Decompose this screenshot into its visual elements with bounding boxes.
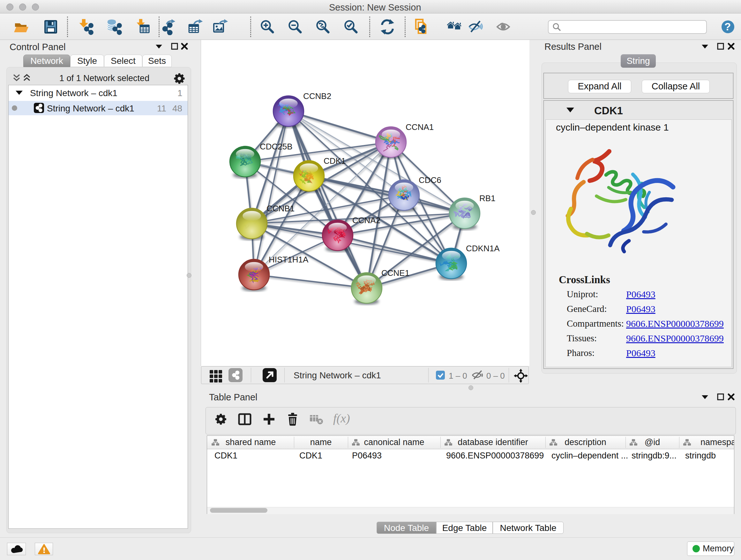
svg-text:CDC6: CDC6 — [419, 175, 441, 185]
svg-text:CCNA2: CCNA2 — [352, 215, 381, 225]
svg-text:RB1: RB1 — [479, 193, 495, 203]
svg-text:CCNA1: CCNA1 — [406, 122, 434, 132]
svg-text:CCNE1: CCNE1 — [381, 268, 409, 278]
svg-text:CCNB1: CCNB1 — [266, 204, 294, 213]
svg-text:CDKN1A: CDKN1A — [466, 244, 500, 253]
svg-text:HIST1H1A: HIST1H1A — [269, 255, 309, 264]
svg-text:CDK1: CDK1 — [324, 156, 346, 166]
svg-text:CDC25B: CDC25B — [260, 142, 293, 151]
svg-text:CCNB2: CCNB2 — [303, 91, 331, 101]
